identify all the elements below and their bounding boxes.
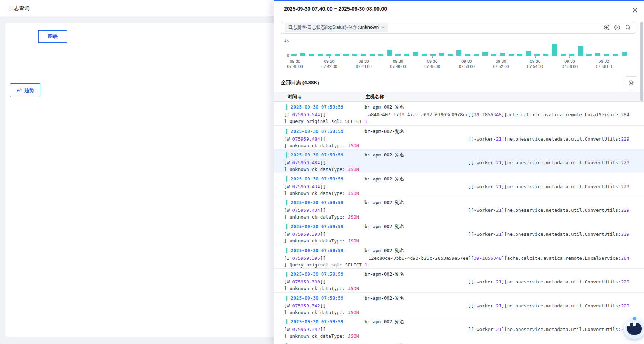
bar-count — [387, 50, 392, 56]
bar-count — [482, 52, 488, 56]
bar-count — [543, 54, 548, 56]
bar-count — [361, 54, 366, 56]
log-time: 2025-09-30 07:59:59 — [291, 271, 343, 277]
log-row[interactable]: 2025-09-30 07:59:59br-apm-002-别名[W 07595… — [274, 149, 644, 173]
log-level-marker — [286, 296, 287, 301]
log-row[interactable]: 2025-09-30 07:59:59br-apm-002-别名[W 07595… — [274, 173, 644, 197]
filter-tag[interactable]: 日志属性-日志状态(logStatus)-包含 :unknown — [285, 23, 388, 32]
bar-count — [343, 54, 349, 56]
search-filter-icon[interactable] — [625, 24, 631, 31]
log-row[interactable]: 2025-09-30 07:59:59br-apm-002-别名[W 07595… — [274, 125, 644, 149]
bar-count — [613, 54, 618, 56]
bar-count — [326, 54, 331, 56]
drawer-close-button[interactable] — [631, 6, 639, 14]
x-axis-label: 09-3007:44:00 — [349, 59, 378, 69]
log-hostname: br-apm-002-别名 — [364, 200, 404, 206]
log-level-marker — [286, 272, 287, 277]
bar-count — [404, 54, 409, 56]
log-hostname: br-apm-002-别名 — [364, 319, 404, 325]
x-axis-tick — [398, 56, 398, 58]
x-axis-label: 09-3007:54:00 — [520, 59, 550, 69]
x-axis-label: 09-3007:50:00 — [452, 59, 481, 69]
log-hostname: br-apm-002-别名 — [364, 271, 404, 278]
log-row[interactable]: 2025-09-30 07:59:59br-apm-002-别名[W 07595… — [274, 221, 644, 245]
log-row[interactable]: 2025-09-30 07:59:59br-apm-002-别名[I 07595… — [274, 102, 644, 125]
log-row[interactable]: 2025-09-30 07:59:59br-apm-002-别名[W 07595… — [274, 292, 644, 316]
bar-count — [291, 54, 297, 56]
log-table-body: 2025-09-30 07:59:59br-apm-002-别名[I 07595… — [274, 102, 644, 344]
add-filter-icon[interactable] — [603, 24, 610, 31]
x-axis-tick — [501, 56, 501, 58]
log-hostname: br-apm-002-别名 — [364, 248, 404, 254]
log-line-right: a840e407-17f9-47ae-a097-01963c0978cc][39… — [368, 112, 629, 117]
log-level-marker — [286, 319, 287, 324]
bar-count — [448, 54, 453, 56]
column-hostname: 主机名称 — [366, 94, 384, 100]
log-line-left: [W 075959.434][ — [284, 184, 326, 189]
clear-filters-icon[interactable] — [614, 24, 620, 31]
bar-count — [422, 54, 427, 56]
page-title: 日志查询 — [9, 5, 30, 12]
log-line-bottom: ] unknown ck dataType: JSON — [284, 143, 359, 148]
gridline — [291, 41, 629, 41]
x-axis-tick — [467, 56, 467, 58]
bar-count — [465, 54, 470, 56]
bar-count — [352, 54, 357, 56]
bar-count — [456, 50, 461, 56]
x-axis-label: 09-3007:52:00 — [486, 59, 516, 69]
gear-icon — [628, 80, 634, 86]
assistant-robot-button[interactable] — [624, 318, 644, 339]
log-line-right: ][-worker-21][ne.oneservice.metadata.uti… — [468, 184, 629, 189]
log-level-marker — [286, 200, 287, 205]
log-line-bottom: ] Query original sql: SELECT 1 — [284, 118, 367, 124]
drawer-total-label: 全部日志 (4.88K) — [281, 79, 319, 86]
drawer-scrollbar[interactable] — [640, 22, 643, 101]
log-level-marker — [286, 176, 287, 182]
log-row[interactable]: 2025-09-30 07:59:59br-apm-002-别名[W 07595… — [274, 268, 644, 292]
x-axis-label: 09-3007:58:00 — [589, 59, 619, 69]
sort-icon[interactable] — [298, 95, 301, 99]
log-row[interactable]: 2025-09-30 07:59:59br-apm-002-别名[I 07595… — [274, 245, 644, 269]
filter-actions — [603, 24, 631, 31]
log-row[interactable]: 2025-09-30 07:59:59br-apm-002-别名[W 07595… — [274, 316, 644, 340]
bar-count — [578, 46, 583, 56]
tab-chart[interactable]: 图表 — [38, 30, 67, 43]
log-line-right: ][-worker-21][ne.oneservice.metadata.uti… — [468, 327, 629, 332]
log-line-left: [W 075959.484][ — [284, 160, 326, 165]
bar-count — [300, 53, 305, 56]
bar-count — [335, 54, 340, 56]
column-time[interactable]: 时间 — [288, 94, 301, 100]
log-row[interactable]: 2025-09-30 07:59:59br-apm-002-别名 — [274, 340, 644, 344]
bar-count — [474, 54, 479, 56]
table-settings-button[interactable] — [625, 76, 637, 89]
log-line-left: [W 075959.484][ — [284, 136, 326, 142]
bar-count — [509, 54, 514, 56]
bar-count — [500, 53, 505, 56]
log-line-left: [W 075959.434][ — [284, 207, 326, 213]
log-line-bottom: ] unknown ck dataType: JSON — [284, 166, 359, 172]
log-level-marker — [286, 224, 287, 229]
log-hostname: br-apm-002-别名 — [364, 295, 404, 302]
x-axis — [291, 56, 629, 56]
x-axis-tick — [569, 56, 570, 58]
log-line-left: [W 075959.342][ — [284, 327, 326, 332]
log-time: 2025-09-30 07:59:59 — [291, 200, 343, 205]
view-button-trend[interactable]: 趋势 — [10, 83, 40, 97]
x-axis-label: 09-3007:40:00 — [280, 59, 310, 69]
remove-filter-icon[interactable] — [381, 26, 385, 29]
x-axis-tick — [604, 56, 604, 58]
bar-count — [318, 54, 323, 56]
x-axis-label: 09-3007:56:00 — [555, 59, 584, 69]
log-time: 2025-09-30 07:59:59 — [291, 152, 343, 158]
log-time: 2025-09-30 07:59:59 — [291, 319, 343, 324]
log-hostname: br-apm-002-别名 — [364, 152, 404, 158]
drawer-trend-chart[interactable]: 01K09-3007:40:0009-3007:42:0009-3007:44:… — [274, 37, 644, 75]
bar-count — [309, 54, 314, 56]
log-row[interactable]: 2025-09-30 07:59:59br-apm-002-别名[W 07595… — [274, 197, 644, 221]
log-time: 2025-09-30 07:59:59 — [291, 176, 343, 182]
bar-count — [604, 54, 609, 56]
bar-count — [595, 53, 600, 56]
log-line-left: [W 075959.390][ — [284, 279, 326, 285]
log-time: 2025-09-30 07:59:59 — [291, 248, 343, 253]
x-axis-tick — [295, 56, 295, 58]
